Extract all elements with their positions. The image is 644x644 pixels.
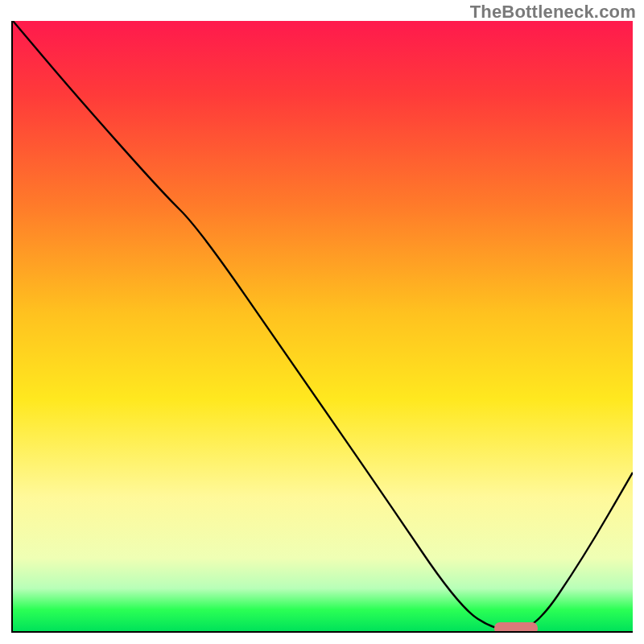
attribution-text: TheBottleneck.com: [470, 2, 636, 23]
optimum-marker: [494, 622, 538, 633]
chart-frame: TheBottleneck.com: [0, 0, 644, 644]
plot-area: [11, 21, 633, 633]
bottleneck-curve: [13, 21, 633, 631]
